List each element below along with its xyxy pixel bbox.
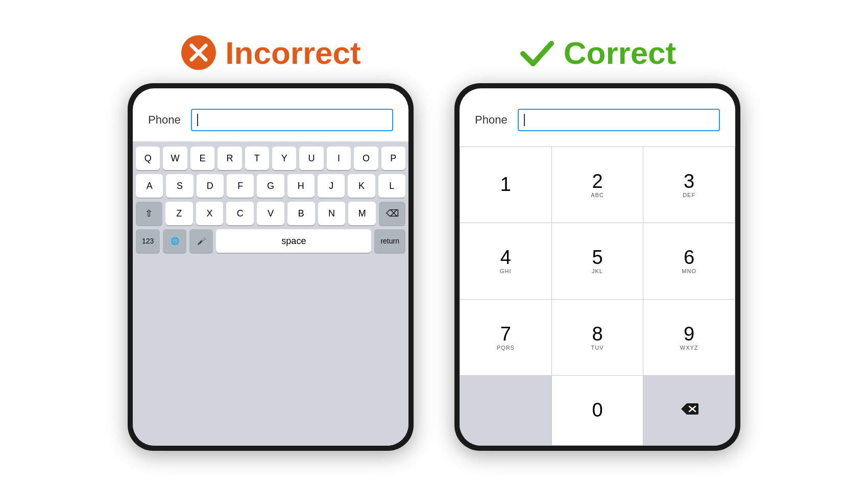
key-t[interactable]: T (245, 147, 269, 170)
num-key-4[interactable]: 4 GHI (460, 223, 552, 299)
key-k[interactable]: K (348, 174, 375, 198)
num-key-0[interactable]: 0 (552, 376, 644, 446)
key-l[interactable]: L (378, 174, 405, 198)
num-key-9[interactable]: 9 WXYZ (643, 300, 735, 376)
key-g[interactable]: G (257, 174, 284, 198)
key-space[interactable]: space (216, 229, 371, 253)
qwerty-keyboard: Q W E R T Y U I O P A S D F G (133, 141, 408, 446)
numpad-keyboard: 1 2 ABC 3 DEF 4 GHI (460, 147, 735, 446)
key-f[interactable]: F (227, 174, 254, 198)
correct-header: Correct (519, 34, 677, 71)
key-p[interactable]: P (381, 147, 405, 170)
text-cursor-correct (524, 114, 525, 126)
num-key-6[interactable]: 6 MNO (643, 223, 735, 299)
numpad-delete-icon (680, 402, 698, 419)
key-shift[interactable]: ⇧ (136, 202, 162, 225)
key-q[interactable]: Q (136, 147, 160, 170)
key-mic[interactable]: 🎤 (189, 229, 213, 253)
correct-phone-frame: Phone 1 2 ABC (454, 83, 740, 451)
correct-phone-input[interactable] (518, 109, 720, 131)
key-123[interactable]: 123 (136, 229, 160, 253)
num-key-2[interactable]: 2 ABC (552, 147, 644, 223)
kb-row-4: 123 🌐 🎤 space return (136, 229, 405, 253)
num-key-1[interactable]: 1 (460, 147, 552, 223)
num-key-5[interactable]: 5 JKL (552, 223, 644, 299)
num-key-7[interactable]: 7 PQRS (460, 300, 552, 376)
key-s[interactable]: S (166, 174, 193, 198)
num-key-blank (460, 376, 552, 446)
incorrect-phone-frame: Phone Q W E R T Y U I O P (128, 83, 414, 451)
incorrect-phone-field-area: Phone (133, 88, 408, 141)
key-e[interactable]: E (190, 147, 214, 170)
key-delete[interactable]: ⌫ (379, 202, 405, 225)
key-y[interactable]: Y (272, 147, 296, 170)
key-d[interactable]: D (197, 174, 224, 198)
key-h[interactable]: H (287, 174, 315, 198)
key-n[interactable]: N (318, 202, 346, 225)
correct-phone-field-area: Phone (460, 88, 735, 141)
key-i[interactable]: I (327, 147, 351, 170)
check-icon (519, 34, 556, 71)
incorrect-header: Incorrect (180, 34, 360, 71)
correct-title: Correct (564, 35, 677, 71)
incorrect-phone-input[interactable] (191, 109, 393, 131)
key-w[interactable]: W (163, 147, 187, 170)
num-key-8[interactable]: 8 TUV (552, 300, 644, 376)
key-c[interactable]: C (226, 202, 254, 225)
correct-panel: Correct Phone 1 2 (454, 34, 740, 451)
correct-phone-screen: Phone 1 2 ABC (460, 88, 735, 446)
key-return[interactable]: return (374, 229, 405, 253)
key-globe[interactable]: 🌐 (163, 229, 186, 253)
correct-phone-label: Phone (475, 113, 508, 127)
key-x[interactable]: X (196, 202, 224, 225)
key-o[interactable]: O (354, 147, 378, 170)
incorrect-title: Incorrect (225, 35, 360, 71)
incorrect-panel: Incorrect Phone Q W E R T Y (128, 34, 414, 451)
num-key-delete[interactable] (643, 376, 735, 446)
key-u[interactable]: U (299, 147, 323, 170)
key-j[interactable]: J (318, 174, 345, 198)
kb-row-1: Q W E R T Y U I O P (136, 147, 405, 170)
num-key-3[interactable]: 3 DEF (643, 147, 735, 223)
key-z[interactable]: Z (165, 202, 193, 225)
x-circle-icon (180, 34, 217, 71)
key-v[interactable]: V (257, 202, 284, 225)
kb-row-3: ⇧ Z X C V B N M ⌫ (136, 202, 405, 225)
key-b[interactable]: B (287, 202, 315, 225)
text-cursor (197, 114, 198, 126)
key-a[interactable]: A (136, 174, 163, 198)
key-r[interactable]: R (218, 147, 242, 170)
incorrect-phone-screen: Phone Q W E R T Y U I O P (133, 88, 408, 446)
key-m[interactable]: M (348, 202, 376, 225)
incorrect-phone-label: Phone (148, 113, 181, 127)
kb-row-2: A S D F G H J K L (136, 174, 405, 198)
numpad-grid: 1 2 ABC 3 DEF 4 GHI (460, 147, 735, 446)
